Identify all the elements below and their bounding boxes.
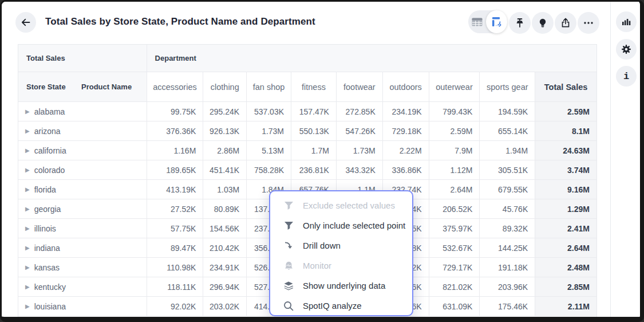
store-state-value[interactable]: florida <box>34 185 56 194</box>
cell-georgia-clothing[interactable]: 80.89K <box>203 199 246 219</box>
cell-california-fitness[interactable]: 1.7M <box>291 141 336 160</box>
column-header-footwear[interactable]: footwear <box>336 72 382 102</box>
cell-california-outdoors[interactable]: 2.22M <box>382 141 429 160</box>
cell-arizona-outdoors[interactable]: 729.18K <box>382 121 429 141</box>
expand-row-icon[interactable]: ▶ <box>25 303 30 309</box>
cell-colorado-fitness[interactable]: 236.81K <box>291 160 336 180</box>
cell-georgia-sports-gear[interactable]: 45.76K <box>479 199 535 219</box>
cell-illinois-total-sales[interactable]: 2.41M <box>535 219 596 238</box>
column-header-total-sales[interactable]: Total Sales <box>535 72 596 102</box>
cell-georgia-total-sales[interactable]: 1.29M <box>535 199 596 219</box>
table-view-button[interactable] <box>468 10 486 33</box>
cell-arizona-accessories[interactable]: 376.36K <box>147 121 203 141</box>
cell-colorado-footwear[interactable]: 343.32K <box>336 160 382 180</box>
expand-row-icon[interactable]: ▶ <box>25 147 30 154</box>
cell-indiana-outerwear[interactable]: 532.67K <box>429 238 480 258</box>
cell-colorado-outdoors[interactable]: 336.86K <box>382 160 429 180</box>
cell-louisiana-outerwear[interactable]: 631.09K <box>429 297 480 316</box>
store-state-value[interactable]: kansas <box>34 263 60 272</box>
cell-florida-sports-gear[interactable]: 679.55K <box>479 180 535 199</box>
cell-louisiana-accessories[interactable]: 92.02K <box>147 297 203 316</box>
cell-alabama-clothing[interactable]: 295.24K <box>203 102 246 121</box>
cell-kansas-total-sales[interactable]: 2.48M <box>535 258 596 277</box>
pin-button[interactable] <box>509 12 531 34</box>
column-header-fitness[interactable]: fitness <box>291 72 336 102</box>
cell-louisiana-clothing[interactable]: 203.02K <box>203 297 246 316</box>
insights-bulb-button[interactable] <box>532 12 554 34</box>
cell-indiana-clothing[interactable]: 210.42K <box>203 238 246 258</box>
expand-row-icon[interactable]: ▶ <box>25 206 30 212</box>
cell-alabama-outerwear[interactable]: 799.43K <box>429 102 480 121</box>
expand-row-icon[interactable]: ▶ <box>25 108 30 115</box>
cell-louisiana-sports-gear[interactable]: 175.46K <box>479 297 535 316</box>
details-info-button[interactable]: i <box>616 66 637 87</box>
cell-california-accessories[interactable]: 1.16M <box>147 141 203 160</box>
cell-kansas-accessories[interactable]: 110.98K <box>147 258 203 277</box>
cell-illinois-clothing[interactable]: 154.56K <box>203 219 246 238</box>
cell-georgia-accessories[interactable]: 27.52K <box>147 199 203 219</box>
column-header-clothing[interactable]: clothing <box>203 72 246 102</box>
cell-kentucky-accessories[interactable]: 118.11K <box>147 277 203 297</box>
cell-california-clothing[interactable]: 2.86M <box>203 141 246 160</box>
column-header-sports-gear[interactable]: sports gear <box>479 72 535 102</box>
store-state-value[interactable]: louisiana <box>34 302 66 311</box>
cell-florida-total-sales[interactable]: 9.16M <box>535 180 596 199</box>
cell-arizona-fitness[interactable]: 550.13K <box>291 121 336 141</box>
store-state-value[interactable]: illinois <box>34 224 56 233</box>
cell-california-footwear[interactable]: 1.73M <box>336 141 382 160</box>
cell-kansas-sports-gear[interactable]: 191.18K <box>479 258 535 277</box>
menu-item-only-include-selected-point[interactable]: Only include selected point <box>270 215 412 235</box>
share-button[interactable] <box>555 12 576 34</box>
cell-california-fan-shop[interactable]: 5.13M <box>246 141 291 160</box>
change-visualization-button[interactable] <box>486 10 507 33</box>
cell-alabama-fan-shop[interactable]: 537.03K <box>246 102 291 121</box>
settings-button[interactable] <box>616 39 637 60</box>
cell-arizona-sports-gear[interactable]: 655.14K <box>479 121 535 141</box>
column-header-accessories[interactable]: accessories <box>147 72 203 102</box>
cell-illinois-outerwear[interactable]: 375.97K <box>429 219 480 238</box>
column-header-outdoors[interactable]: outdoors <box>382 72 429 102</box>
store-state-value[interactable]: colorado <box>34 166 65 175</box>
cell-arizona-fan-shop[interactable]: 1.73M <box>246 121 291 141</box>
expand-row-icon[interactable]: ▶ <box>25 264 30 270</box>
column-header-outerwear[interactable]: outerwear <box>429 72 480 102</box>
cell-arizona-outerwear[interactable]: 2.59M <box>429 121 480 141</box>
cell-kentucky-total-sales[interactable]: 2.85M <box>535 277 596 297</box>
cell-colorado-accessories[interactable]: 189.65K <box>147 160 203 180</box>
cell-florida-outerwear[interactable]: 2.64M <box>429 180 480 199</box>
column-header-fan-shop[interactable]: fan shop <box>246 72 291 102</box>
cell-kansas-clothing[interactable]: 234.91K <box>203 258 246 277</box>
cell-alabama-total-sales[interactable]: 2.59M <box>535 102 596 121</box>
store-state-value[interactable]: arizona <box>34 127 61 136</box>
cell-arizona-clothing[interactable]: 926.13K <box>203 121 246 141</box>
cell-california-outerwear[interactable]: 7.9M <box>429 141 480 160</box>
cell-arizona-footwear[interactable]: 547.26K <box>336 121 382 141</box>
expand-row-icon[interactable]: ▶ <box>25 284 30 290</box>
cell-indiana-sports-gear[interactable]: 144.25K <box>479 238 535 258</box>
expand-row-icon[interactable]: ▶ <box>25 128 30 134</box>
cell-alabama-outdoors[interactable]: 234.19K <box>382 102 429 121</box>
store-state-value[interactable]: georgia <box>34 205 61 214</box>
expand-row-icon[interactable]: ▶ <box>25 186 30 193</box>
cell-alabama-footwear[interactable]: 272.85K <box>336 102 382 121</box>
cell-alabama-accessories[interactable]: 99.75K <box>147 102 203 121</box>
cell-louisiana-total-sales[interactable]: 2.11M <box>535 297 596 316</box>
cell-colorado-fan-shop[interactable]: 758.28K <box>246 160 291 180</box>
cell-kentucky-clothing[interactable]: 296.94K <box>203 277 246 297</box>
expand-row-icon[interactable]: ▶ <box>25 167 30 173</box>
back-button[interactable] <box>15 12 36 33</box>
cell-colorado-sports-gear[interactable]: 305.51K <box>479 160 535 180</box>
chart-config-button[interactable] <box>616 11 637 32</box>
cell-illinois-accessories[interactable]: 57.75K <box>147 219 203 238</box>
store-state-value[interactable]: kentucky <box>34 282 66 292</box>
expand-row-icon[interactable]: ▶ <box>25 245 30 251</box>
cell-indiana-accessories[interactable]: 89.47K <box>147 238 203 258</box>
cell-california-total-sales[interactable]: 24.63M <box>535 141 596 160</box>
cell-alabama-sports-gear[interactable]: 194.59K <box>479 102 535 121</box>
expand-row-icon[interactable]: ▶ <box>25 225 30 231</box>
cell-colorado-outerwear[interactable]: 1.12M <box>429 160 480 180</box>
cell-kansas-outerwear[interactable]: 729.17K <box>429 258 480 277</box>
more-options-button[interactable] <box>578 12 599 34</box>
store-state-value[interactable]: alabama <box>34 107 65 116</box>
cell-illinois-sports-gear[interactable]: 89.32K <box>479 219 535 238</box>
